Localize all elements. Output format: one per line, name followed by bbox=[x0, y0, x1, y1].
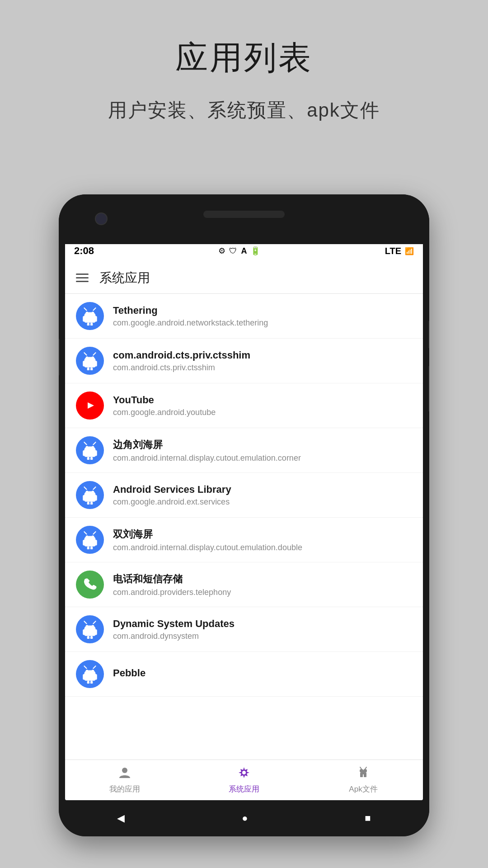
page-title: 应用列表 bbox=[0, 36, 488, 80]
nav-item-system-apps[interactable]: 系统应用 bbox=[217, 766, 271, 794]
svg-line-24 bbox=[84, 442, 86, 444]
app-package: com.google.android.youtube bbox=[113, 408, 412, 417]
svg-rect-64 bbox=[362, 771, 365, 774]
app-name: 边角刘海屏 bbox=[113, 438, 412, 452]
app-info: Dynamic System Updates com.android.dynsy… bbox=[113, 618, 412, 641]
app-icon bbox=[76, 615, 104, 643]
svg-rect-39 bbox=[90, 547, 93, 549]
app-name: Pebble bbox=[113, 667, 412, 679]
apk-files-icon bbox=[357, 766, 370, 782]
hamburger-line-3 bbox=[76, 281, 89, 282]
svg-rect-46 bbox=[87, 636, 89, 639]
svg-point-58 bbox=[122, 768, 127, 773]
svg-rect-44 bbox=[83, 629, 85, 635]
signal-icon: 📶 bbox=[405, 247, 414, 255]
app-name: Android Services Library bbox=[113, 484, 412, 495]
list-item[interactable]: com.android.cts.priv.ctsshim com.android… bbox=[65, 339, 423, 383]
svg-line-56 bbox=[84, 666, 86, 668]
app-icon bbox=[76, 660, 104, 688]
list-item[interactable]: Pebble bbox=[65, 652, 423, 697]
svg-rect-54 bbox=[87, 681, 89, 684]
app-icon bbox=[76, 571, 104, 599]
phone-screen: 2:08 ⚙ 🛡 A 🔋 LTE 📶 系统应用 bbox=[65, 240, 423, 800]
list-item[interactable]: 边角刘海屏 com.android.internal.display.cutou… bbox=[65, 428, 423, 473]
back-button[interactable]: ◀ bbox=[117, 812, 125, 824]
page-header: 应用列表 用户安装、系统预置、apk文件 bbox=[0, 0, 488, 123]
app-icon bbox=[76, 526, 104, 554]
my-apps-icon bbox=[118, 766, 131, 782]
svg-rect-10 bbox=[83, 361, 85, 367]
bottom-nav: 我的应用 系统应用 bbox=[65, 760, 423, 800]
recents-button[interactable]: ■ bbox=[365, 812, 371, 824]
nav-label-system-apps: 系统应用 bbox=[229, 784, 259, 794]
svg-rect-11 bbox=[95, 361, 97, 367]
app-icon bbox=[76, 347, 104, 375]
app-icon bbox=[76, 302, 104, 330]
app-list[interactable]: Tethering com.google.android.networkstac… bbox=[65, 294, 423, 760]
app-name: Dynamic System Updates bbox=[113, 618, 412, 630]
app-info: 边角刘海屏 com.android.internal.display.cutou… bbox=[113, 438, 412, 463]
app-icon bbox=[76, 481, 104, 509]
svg-rect-29 bbox=[95, 495, 97, 501]
nav-label-my-apps: 我的应用 bbox=[109, 784, 140, 794]
nav-item-my-apps[interactable]: 我的应用 bbox=[98, 766, 152, 794]
app-package: com.android.internal.display.cutout.emul… bbox=[113, 543, 412, 552]
home-button[interactable]: ● bbox=[242, 812, 248, 824]
list-item[interactable]: 电话和短信存储 com.android.providers.telephony bbox=[65, 562, 423, 607]
app-name: com.android.cts.priv.ctsshim bbox=[113, 349, 412, 361]
menu-button[interactable] bbox=[76, 274, 89, 282]
list-item[interactable]: Tethering com.google.android.networkstac… bbox=[65, 294, 423, 339]
svg-rect-4 bbox=[87, 323, 89, 326]
app-info: Pebble bbox=[113, 667, 412, 681]
svg-rect-3 bbox=[95, 316, 97, 322]
svg-rect-23 bbox=[90, 457, 93, 460]
battery-status-icon: 🔋 bbox=[250, 246, 260, 256]
app-bar: 系统应用 bbox=[65, 262, 423, 294]
nav-label-apk-files: Apk文件 bbox=[349, 784, 377, 794]
svg-rect-28 bbox=[83, 495, 85, 501]
app-package: com.android.internal.display.cutout.emul… bbox=[113, 453, 412, 463]
svg-rect-38 bbox=[87, 547, 89, 549]
app-info: YouTube com.google.android.youtube bbox=[113, 394, 412, 417]
list-item[interactable]: Android Services Library com.google.andr… bbox=[65, 473, 423, 518]
app-info: Android Services Library com.google.andr… bbox=[113, 484, 412, 507]
phone-volume-button bbox=[428, 366, 429, 411]
list-item[interactable]: 双刘海屏 com.android.internal.display.cutout… bbox=[65, 518, 423, 562]
list-item[interactable]: YouTube com.google.android.youtube bbox=[65, 383, 423, 428]
svg-line-15 bbox=[93, 353, 95, 355]
a-status-icon: A bbox=[241, 246, 247, 256]
list-item[interactable]: Dynamic System Updates com.android.dynsy… bbox=[65, 607, 423, 652]
phone-frame: 2:08 ⚙ 🛡 A 🔋 LTE 📶 系统应用 bbox=[59, 194, 429, 836]
app-name: Tethering bbox=[113, 305, 412, 316]
svg-line-40 bbox=[84, 532, 86, 534]
status-right: LTE 📶 bbox=[385, 246, 414, 256]
svg-line-6 bbox=[84, 308, 86, 310]
svg-line-25 bbox=[93, 442, 95, 444]
svg-rect-37 bbox=[95, 540, 97, 546]
hamburger-line-2 bbox=[76, 277, 89, 278]
svg-point-59 bbox=[242, 771, 246, 774]
app-package: com.android.providers.telephony bbox=[113, 588, 412, 597]
svg-line-48 bbox=[84, 621, 86, 623]
nav-item-apk-files[interactable]: Apk文件 bbox=[336, 766, 390, 794]
app-name: YouTube bbox=[113, 394, 412, 406]
page-subtitle: 用户安装、系统预置、apk文件 bbox=[0, 98, 488, 123]
svg-rect-36 bbox=[83, 540, 85, 546]
app-info: Tethering com.google.android.networkstac… bbox=[113, 305, 412, 328]
app-name: 电话和短信存储 bbox=[113, 572, 412, 586]
svg-line-41 bbox=[93, 532, 95, 534]
svg-line-57 bbox=[93, 666, 95, 668]
svg-rect-21 bbox=[95, 450, 97, 456]
phone-bottom-bar: ◀ ● ■ bbox=[59, 800, 429, 836]
app-info: 双刘海屏 com.android.internal.display.cutout… bbox=[113, 528, 412, 552]
svg-rect-53 bbox=[95, 674, 97, 680]
svg-rect-52 bbox=[83, 674, 85, 680]
network-type: LTE bbox=[385, 246, 401, 256]
phone-camera bbox=[95, 212, 108, 225]
svg-line-32 bbox=[84, 487, 86, 489]
svg-line-7 bbox=[93, 308, 95, 310]
svg-rect-20 bbox=[83, 450, 85, 456]
app-info: com.android.cts.priv.ctsshim com.android… bbox=[113, 349, 412, 373]
status-icons: ⚙ 🛡 A 🔋 bbox=[218, 246, 260, 256]
app-package: com.android.cts.priv.ctsshim bbox=[113, 363, 412, 373]
